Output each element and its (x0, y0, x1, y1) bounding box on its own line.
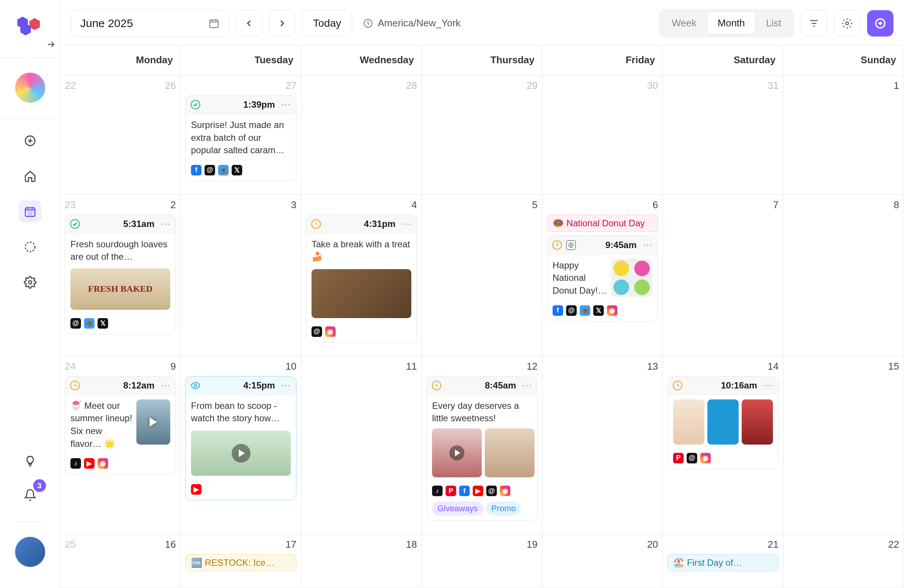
post-time: 8:12am (84, 380, 157, 391)
calendar-cell[interactable]: 1 (784, 75, 904, 195)
calendar-cell[interactable]: 5 (422, 195, 542, 356)
post-card[interactable]: 8:45am ⋯ Every day deserves a little swe… (427, 376, 537, 520)
week-number: 22 (65, 80, 76, 91)
post-card[interactable]: 9:45am ⋯ Happy National Donut Day!… f @ … (547, 236, 658, 322)
sidebar: 12 3 (0, 0, 60, 588)
post-text: Happy National Donut Day!… (553, 259, 607, 297)
day-number: 8 (788, 199, 899, 211)
instagram-icon: ◉ (98, 458, 108, 469)
calendar-cell[interactable]: 31 (663, 75, 784, 195)
calendar-cell[interactable]: 2516 (60, 534, 181, 588)
holiday-pill[interactable]: 🍩 National Donut Day (547, 214, 658, 232)
post-video-thumb (191, 430, 291, 476)
post-card[interactable]: 1:39pm ⋯ Surprise! Just made an extra ba… (185, 95, 296, 181)
collapse-sidebar-icon[interactable] (0, 39, 60, 50)
social-icons: f @ 🦋 𝕏 ◉ (547, 301, 657, 321)
svg-point-7 (28, 281, 32, 284)
settings-icon[interactable] (19, 271, 41, 294)
more-icon[interactable]: ⋯ (281, 100, 292, 110)
notifications-button[interactable]: 3 (19, 484, 41, 506)
lightbulb-icon[interactable] (19, 450, 41, 473)
instagram-icon: ◉ (325, 326, 336, 337)
week-number: 25 (65, 539, 76, 550)
filter-button[interactable] (801, 10, 827, 36)
view-week[interactable]: Week (662, 12, 706, 34)
more-icon[interactable]: ⋯ (401, 219, 412, 229)
home-icon[interactable] (19, 165, 41, 188)
tags: Giveaways Promo (427, 501, 537, 520)
calendar-cell[interactable]: 20 (542, 534, 663, 588)
post-text: Surprise! Just made an extra batch of ou… (191, 118, 291, 157)
view-month[interactable]: Month (708, 12, 754, 34)
calendar-cell[interactable]: 28 (301, 75, 422, 195)
calendar-cell[interactable]: 29 (422, 75, 542, 195)
calendar-cell[interactable]: 13 (542, 356, 663, 534)
more-icon[interactable]: ⋯ (281, 381, 292, 390)
tag-chip[interactable]: Giveaways (432, 501, 483, 516)
post-card[interactable]: 4:31pm ⋯ Take a break with a treat 🍰 @ ◉ (306, 214, 417, 342)
post-time: 5:31am (84, 219, 157, 229)
create-post-button[interactable] (867, 10, 893, 36)
pinterest-icon: P (673, 453, 684, 463)
day-number: 20 (547, 539, 658, 550)
x-icon: 𝕏 (98, 318, 108, 329)
calendar-cell[interactable]: 2226 (60, 75, 181, 195)
post-time: 4:31pm (325, 219, 398, 229)
next-month-button[interactable] (269, 10, 295, 36)
calendar-cell[interactable]: 7 (663, 195, 784, 356)
current-period-label: June 2025 (80, 17, 133, 30)
calendar-icon[interactable]: 12 (19, 200, 41, 223)
post-card[interactable]: 5:31am ⋯ Fresh sourdough loaves are out … (65, 214, 176, 334)
day-number: 12 (427, 361, 537, 372)
calendar-cell[interactable]: 8 (784, 195, 904, 356)
calendar-cell[interactable]: 30 (542, 75, 663, 195)
date-picker-button[interactable]: June 2025 (71, 10, 229, 37)
status-scheduled-icon (311, 219, 321, 229)
calendar-cell[interactable]: 3 (181, 195, 301, 356)
settings-button[interactable] (834, 10, 860, 36)
calendar-cell[interactable]: 232 5:31am ⋯ Fresh sourdough loaves are … (60, 195, 181, 356)
calendar-cell[interactable]: 27 1:39pm ⋯ Surprise! Just made an extra… (181, 75, 301, 195)
svg-point-18 (194, 384, 197, 386)
divider (0, 57, 60, 58)
more-icon[interactable]: ⋯ (763, 381, 774, 390)
calendar-cell[interactable]: 11 (301, 356, 422, 534)
calendar-cell[interactable]: 4 4:31pm ⋯ Take a break with a treat 🍰 @… (301, 195, 422, 356)
post-card[interactable]: 10:16am ⋯ P @ ◉ (667, 376, 779, 469)
timezone-indicator[interactable]: America/New_York (363, 17, 461, 29)
drafts-icon[interactable] (19, 236, 41, 258)
calendar-cell[interactable]: 249 8:12am ⋯ 🍧 Meet our summer lineup! S… (60, 356, 181, 534)
post-card[interactable]: 4:15pm ⋯ From bean to scoop - watch the … (185, 376, 296, 500)
today-button[interactable]: Today (302, 10, 352, 36)
more-icon[interactable]: ⋯ (160, 219, 171, 229)
calendar-cell[interactable]: 22 (784, 534, 904, 588)
more-icon[interactable]: ⋯ (522, 381, 533, 390)
day-number: 1 (788, 80, 899, 91)
workspace-avatar[interactable] (15, 73, 45, 103)
post-card[interactable]: 8:12am ⋯ 🍧 Meet our summer lineup! Six n… (65, 376, 176, 474)
more-icon[interactable]: ⋯ (643, 240, 653, 250)
calendar-cell[interactable]: 10 4:15pm ⋯ From bean to scoop - watch t… (181, 356, 301, 534)
calendar-cell[interactable]: 19 (422, 534, 542, 588)
calendar-cell[interactable]: 17 🆒 RESTOCK: Ice… (181, 534, 301, 588)
day-number: 16 (76, 539, 176, 550)
calendar-cell[interactable]: 18 (301, 534, 422, 588)
post-time: 9:45am (580, 240, 639, 250)
calendar-cell[interactable]: 6 🍩 National Donut Day 9:45am ⋯ Happy Na… (542, 195, 663, 356)
tag-chip[interactable]: Promo (486, 501, 521, 516)
calendar-cell[interactable]: 12 8:45am ⋯ Every day deserves a little … (422, 356, 542, 534)
holiday-pill[interactable]: 🏖️ First Day of… (667, 554, 779, 571)
view-list[interactable]: List (756, 12, 791, 34)
prev-month-button[interactable] (236, 10, 262, 36)
calendar-cell[interactable]: 14 10:16am ⋯ P (663, 356, 784, 534)
more-icon[interactable]: ⋯ (160, 381, 171, 390)
globe-icon (566, 240, 576, 250)
user-avatar[interactable] (15, 537, 45, 567)
day-number: 7 (667, 199, 779, 211)
svg-marker-1 (29, 18, 40, 30)
holiday-pill[interactable]: 🆒 RESTOCK: Ice… (185, 554, 296, 571)
calendar-cell[interactable]: 21 🏖️ First Day of… (663, 534, 784, 588)
calendar-cell[interactable]: 15 (784, 356, 904, 534)
add-icon[interactable] (19, 129, 41, 152)
day-header: Tuesday (181, 45, 301, 75)
